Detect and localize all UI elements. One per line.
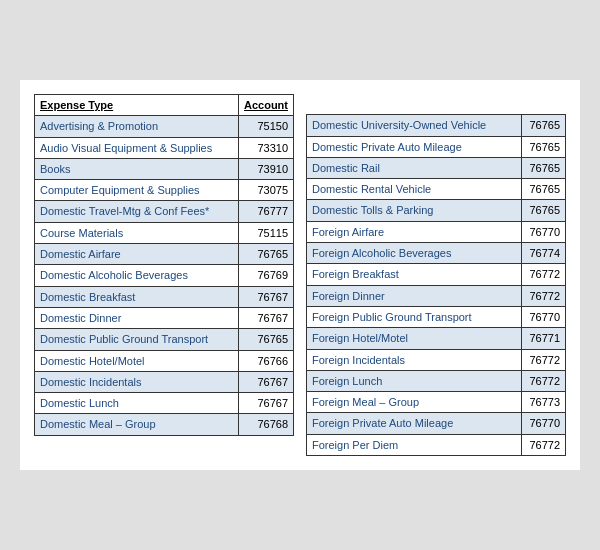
table-row: Domestic Lunch76767 xyxy=(35,393,294,414)
table-row: Foreign Public Ground Transport76770 xyxy=(307,306,566,327)
account-number: 76765 xyxy=(522,157,566,178)
account-number: 76770 xyxy=(522,306,566,327)
right-header-expense xyxy=(307,94,522,115)
right-header-account xyxy=(522,94,566,115)
table-row: Course Materials75115 xyxy=(35,222,294,243)
table-row: Domestic Incidentals76767 xyxy=(35,371,294,392)
table-row: Domestic Rail76765 xyxy=(307,157,566,178)
account-number: 76777 xyxy=(239,201,294,222)
expense-name: Domestic Incidentals xyxy=(35,371,239,392)
account-number: 76767 xyxy=(239,307,294,328)
account-number: 76765 xyxy=(239,244,294,265)
table-row: Domestic Hotel/Motel76766 xyxy=(35,350,294,371)
account-number: 76770 xyxy=(522,221,566,242)
table-row: Domestic Public Ground Transport76765 xyxy=(35,329,294,350)
account-number: 75150 xyxy=(239,116,294,137)
left-table-section: Expense Type Account Advertising & Promo… xyxy=(34,94,294,456)
page: Expense Type Account Advertising & Promo… xyxy=(20,80,580,470)
account-number: 76765 xyxy=(522,179,566,200)
expense-name: Foreign Hotel/Motel xyxy=(307,328,522,349)
table-row: Foreign Dinner76772 xyxy=(307,285,566,306)
account-number: 76768 xyxy=(239,414,294,435)
table-row: Domestic Travel-Mtg & Conf Fees*76777 xyxy=(35,201,294,222)
table-row: Computer Equipment & Supplies73075 xyxy=(35,180,294,201)
expense-name: Foreign Meal – Group xyxy=(307,392,522,413)
account-number: 76765 xyxy=(239,329,294,350)
account-number: 76765 xyxy=(522,115,566,136)
account-number: 76766 xyxy=(239,350,294,371)
table-row: Domestic Alcoholic Beverages76769 xyxy=(35,265,294,286)
table-row: Foreign Incidentals76772 xyxy=(307,349,566,370)
table-row: Audio Visual Equipment & Supplies73310 xyxy=(35,137,294,158)
left-header-expense: Expense Type xyxy=(35,94,239,115)
account-number: 73075 xyxy=(239,180,294,201)
expense-name: Foreign Airfare xyxy=(307,221,522,242)
account-number: 73910 xyxy=(239,158,294,179)
account-number: 76767 xyxy=(239,286,294,307)
expense-name: Audio Visual Equipment & Supplies xyxy=(35,137,239,158)
expense-name: Course Materials xyxy=(35,222,239,243)
expense-name: Foreign Incidentals xyxy=(307,349,522,370)
account-number: 76772 xyxy=(522,285,566,306)
expense-name: Domestic Lunch xyxy=(35,393,239,414)
account-number: 76769 xyxy=(239,265,294,286)
expense-name: Foreign Dinner xyxy=(307,285,522,306)
expense-name: Foreign Lunch xyxy=(307,370,522,391)
table-row: Foreign Hotel/Motel76771 xyxy=(307,328,566,349)
table-row: Foreign Alcoholic Beverages76774 xyxy=(307,243,566,264)
right-table-section: Domestic University-Owned Vehicle76765Do… xyxy=(306,94,566,456)
account-number: 76770 xyxy=(522,413,566,434)
expense-name: Computer Equipment & Supplies xyxy=(35,180,239,201)
table-row: Domestic Rental Vehicle76765 xyxy=(307,179,566,200)
expense-name: Domestic Private Auto Mileage xyxy=(307,136,522,157)
account-number: 76765 xyxy=(522,136,566,157)
table-row: Domestic Tolls & Parking76765 xyxy=(307,200,566,221)
account-number: 76772 xyxy=(522,434,566,455)
account-number: 73310 xyxy=(239,137,294,158)
expense-name: Domestic Travel-Mtg & Conf Fees* xyxy=(35,201,239,222)
account-number: 76774 xyxy=(522,243,566,264)
expense-name: Foreign Breakfast xyxy=(307,264,522,285)
table-row: Domestic Private Auto Mileage76765 xyxy=(307,136,566,157)
expense-name: Domestic Tolls & Parking xyxy=(307,200,522,221)
right-table: Domestic University-Owned Vehicle76765Do… xyxy=(306,94,566,456)
table-row: Foreign Breakfast76772 xyxy=(307,264,566,285)
expense-name: Domestic Meal – Group xyxy=(35,414,239,435)
expense-name: Domestic Breakfast xyxy=(35,286,239,307)
account-number: 75115 xyxy=(239,222,294,243)
table-row: Foreign Meal – Group76773 xyxy=(307,392,566,413)
table-row: Foreign Airfare76770 xyxy=(307,221,566,242)
account-number: 76765 xyxy=(522,200,566,221)
table-row: Domestic Airfare76765 xyxy=(35,244,294,265)
expense-name: Domestic Dinner xyxy=(35,307,239,328)
account-number: 76772 xyxy=(522,349,566,370)
table-row: Foreign Private Auto Mileage76770 xyxy=(307,413,566,434)
account-number: 76767 xyxy=(239,393,294,414)
table-row: Domestic Meal – Group76768 xyxy=(35,414,294,435)
left-header-account: Account xyxy=(239,94,294,115)
table-row: Advertising & Promotion75150 xyxy=(35,116,294,137)
expense-name: Domestic Alcoholic Beverages xyxy=(35,265,239,286)
account-number: 76772 xyxy=(522,264,566,285)
expense-name: Foreign Private Auto Mileage xyxy=(307,413,522,434)
expense-name: Domestic Rental Vehicle xyxy=(307,179,522,200)
account-number: 76772 xyxy=(522,370,566,391)
expense-name: Foreign Public Ground Transport xyxy=(307,306,522,327)
left-table: Expense Type Account Advertising & Promo… xyxy=(34,94,294,436)
expense-name: Advertising & Promotion xyxy=(35,116,239,137)
account-number: 76771 xyxy=(522,328,566,349)
table-row: Domestic Breakfast76767 xyxy=(35,286,294,307)
table-row: Foreign Per Diem76772 xyxy=(307,434,566,455)
table-row: Foreign Lunch76772 xyxy=(307,370,566,391)
expense-name: Foreign Alcoholic Beverages xyxy=(307,243,522,264)
expense-name: Domestic Public Ground Transport xyxy=(35,329,239,350)
expense-name: Domestic Hotel/Motel xyxy=(35,350,239,371)
expense-name: Books xyxy=(35,158,239,179)
expense-name: Domestic Airfare xyxy=(35,244,239,265)
account-number: 76773 xyxy=(522,392,566,413)
account-number: 76767 xyxy=(239,371,294,392)
table-row: Books73910 xyxy=(35,158,294,179)
table-row: Domestic University-Owned Vehicle76765 xyxy=(307,115,566,136)
expense-name: Domestic University-Owned Vehicle xyxy=(307,115,522,136)
expense-name: Foreign Per Diem xyxy=(307,434,522,455)
